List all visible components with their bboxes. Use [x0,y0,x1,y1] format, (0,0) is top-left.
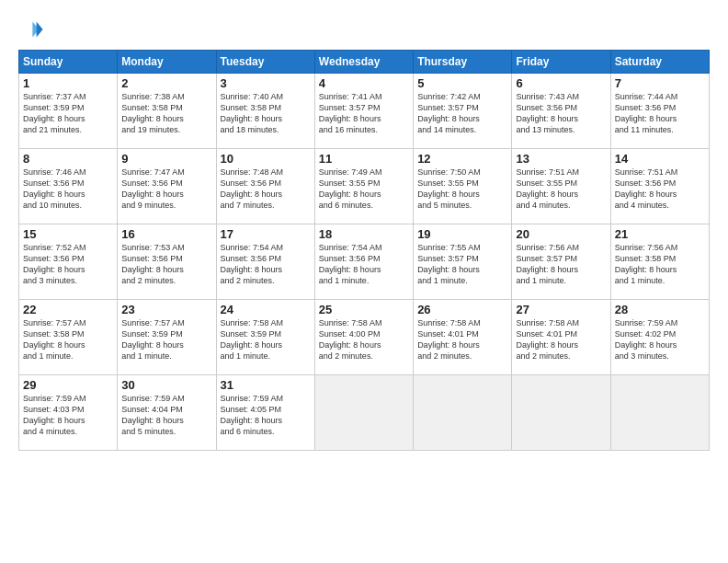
weekday-header-sunday: Sunday [19,51,118,74]
empty-cell [314,375,413,451]
day-cell-12: 12Sunrise: 7:50 AM Sunset: 3:55 PM Dayli… [414,149,512,224]
day-number: 11 [319,152,409,166]
logo [18,17,48,42]
day-number: 5 [417,76,507,90]
day-cell-19: 19Sunrise: 7:55 AM Sunset: 3:57 PM Dayli… [414,224,512,300]
day-number: 22 [23,303,113,316]
day-number: 10 [221,152,311,166]
empty-cell [414,375,512,451]
day-info: Sunrise: 7:49 AM Sunset: 3:55 PM Dayligh… [319,167,409,212]
day-cell-5: 5Sunrise: 7:42 AM Sunset: 3:57 PM Daylig… [414,74,512,149]
day-info: Sunrise: 7:42 AM Sunset: 3:57 PM Dayligh… [417,91,507,136]
day-info: Sunrise: 7:43 AM Sunset: 3:56 PM Dayligh… [516,91,606,136]
day-info: Sunrise: 7:37 AM Sunset: 3:59 PM Dayligh… [23,91,113,136]
day-number: 25 [319,303,409,316]
week-row-5: 29Sunrise: 7:59 AM Sunset: 4:03 PM Dayli… [19,375,710,451]
day-info: Sunrise: 7:47 AM Sunset: 3:56 PM Dayligh… [121,167,211,212]
day-info: Sunrise: 7:58 AM Sunset: 4:01 PM Dayligh… [516,317,606,362]
day-number: 7 [615,76,705,90]
day-info: Sunrise: 7:54 AM Sunset: 3:56 PM Dayligh… [221,242,311,287]
day-info: Sunrise: 7:50 AM Sunset: 3:55 PM Dayligh… [417,167,507,212]
day-cell-10: 10Sunrise: 7:48 AM Sunset: 3:56 PM Dayli… [216,149,314,224]
day-info: Sunrise: 7:58 AM Sunset: 3:59 PM Dayligh… [221,317,311,362]
weekday-header-monday: Monday [118,51,216,74]
day-number: 31 [221,378,311,392]
day-info: Sunrise: 7:57 AM Sunset: 3:59 PM Dayligh… [121,317,211,362]
day-info: Sunrise: 7:59 AM Sunset: 4:02 PM Dayligh… [615,317,705,362]
day-number: 2 [121,76,211,90]
day-info: Sunrise: 7:46 AM Sunset: 3:56 PM Dayligh… [23,167,113,212]
weekday-header-row: SundayMondayTuesdayWednesdayThursdayFrid… [19,51,710,74]
day-info: Sunrise: 7:53 AM Sunset: 3:56 PM Dayligh… [121,242,211,287]
day-number: 28 [615,303,705,316]
day-number: 21 [615,227,705,241]
day-cell-16: 16Sunrise: 7:53 AM Sunset: 3:56 PM Dayli… [118,224,216,300]
day-cell-11: 11Sunrise: 7:49 AM Sunset: 3:55 PM Dayli… [314,149,413,224]
day-cell-23: 23Sunrise: 7:57 AM Sunset: 3:59 PM Dayli… [118,300,216,375]
day-cell-18: 18Sunrise: 7:54 AM Sunset: 3:56 PM Dayli… [314,224,413,300]
week-row-4: 22Sunrise: 7:57 AM Sunset: 3:58 PM Dayli… [19,300,710,375]
day-cell-8: 8Sunrise: 7:46 AM Sunset: 3:56 PM Daylig… [19,149,118,224]
day-number: 4 [319,76,409,90]
day-number: 24 [221,303,311,316]
day-info: Sunrise: 7:48 AM Sunset: 3:56 PM Dayligh… [221,167,311,212]
weekday-header-saturday: Saturday [610,51,709,74]
day-cell-6: 6Sunrise: 7:43 AM Sunset: 3:56 PM Daylig… [512,74,610,149]
empty-cell [512,375,610,451]
day-info: Sunrise: 7:51 AM Sunset: 3:56 PM Dayligh… [615,167,705,212]
weekday-header-thursday: Thursday [414,51,512,74]
day-cell-26: 26Sunrise: 7:58 AM Sunset: 4:01 PM Dayli… [414,300,512,375]
day-info: Sunrise: 7:58 AM Sunset: 4:01 PM Dayligh… [417,317,507,362]
day-info: Sunrise: 7:38 AM Sunset: 3:58 PM Dayligh… [121,91,211,136]
day-cell-14: 14Sunrise: 7:51 AM Sunset: 3:56 PM Dayli… [610,149,709,224]
day-info: Sunrise: 7:56 AM Sunset: 3:58 PM Dayligh… [615,242,705,287]
day-info: Sunrise: 7:40 AM Sunset: 3:58 PM Dayligh… [221,91,311,136]
page-container: SundayMondayTuesdayWednesdayThursdayFrid… [0,0,728,563]
day-number: 17 [221,227,311,241]
day-number: 3 [221,76,311,90]
day-info: Sunrise: 7:56 AM Sunset: 3:57 PM Dayligh… [516,242,606,287]
day-cell-28: 28Sunrise: 7:59 AM Sunset: 4:02 PM Dayli… [610,300,709,375]
day-info: Sunrise: 7:52 AM Sunset: 3:56 PM Dayligh… [23,242,113,287]
day-cell-22: 22Sunrise: 7:57 AM Sunset: 3:58 PM Dayli… [19,300,118,375]
day-number: 6 [516,76,606,90]
day-cell-13: 13Sunrise: 7:51 AM Sunset: 3:55 PM Dayli… [512,149,610,224]
day-info: Sunrise: 7:58 AM Sunset: 4:00 PM Dayligh… [319,317,409,362]
day-info: Sunrise: 7:59 AM Sunset: 4:03 PM Dayligh… [23,393,113,438]
day-info: Sunrise: 7:57 AM Sunset: 3:58 PM Dayligh… [23,317,113,362]
day-info: Sunrise: 7:51 AM Sunset: 3:55 PM Dayligh… [516,167,606,212]
day-cell-27: 27Sunrise: 7:58 AM Sunset: 4:01 PM Dayli… [512,300,610,375]
day-cell-25: 25Sunrise: 7:58 AM Sunset: 4:00 PM Dayli… [314,300,413,375]
day-cell-31: 31Sunrise: 7:59 AM Sunset: 4:05 PM Dayli… [216,375,314,451]
day-info: Sunrise: 7:59 AM Sunset: 4:04 PM Dayligh… [121,393,211,438]
calendar-table: SundayMondayTuesdayWednesdayThursdayFrid… [18,50,710,451]
day-cell-3: 3Sunrise: 7:40 AM Sunset: 3:58 PM Daylig… [216,74,314,149]
empty-cell [610,375,709,451]
day-number: 30 [121,378,211,392]
day-number: 23 [121,303,211,316]
day-cell-1: 1Sunrise: 7:37 AM Sunset: 3:59 PM Daylig… [19,74,118,149]
day-info: Sunrise: 7:59 AM Sunset: 4:05 PM Dayligh… [221,393,311,438]
day-cell-20: 20Sunrise: 7:56 AM Sunset: 3:57 PM Dayli… [512,224,610,300]
day-cell-21: 21Sunrise: 7:56 AM Sunset: 3:58 PM Dayli… [610,224,709,300]
day-number: 8 [23,152,113,166]
day-cell-2: 2Sunrise: 7:38 AM Sunset: 3:58 PM Daylig… [118,74,216,149]
day-number: 12 [417,152,507,166]
day-info: Sunrise: 7:44 AM Sunset: 3:56 PM Dayligh… [615,91,705,136]
day-cell-4: 4Sunrise: 7:41 AM Sunset: 3:57 PM Daylig… [314,74,413,149]
week-row-3: 15Sunrise: 7:52 AM Sunset: 3:56 PM Dayli… [19,224,710,300]
day-number: 16 [121,227,211,241]
day-cell-29: 29Sunrise: 7:59 AM Sunset: 4:03 PM Dayli… [19,375,118,451]
header [18,17,710,42]
day-cell-30: 30Sunrise: 7:59 AM Sunset: 4:04 PM Dayli… [118,375,216,451]
day-cell-17: 17Sunrise: 7:54 AM Sunset: 3:56 PM Dayli… [216,224,314,300]
weekday-header-friday: Friday [512,51,610,74]
day-number: 27 [516,303,606,316]
day-cell-24: 24Sunrise: 7:58 AM Sunset: 3:59 PM Dayli… [216,300,314,375]
week-row-2: 8Sunrise: 7:46 AM Sunset: 3:56 PM Daylig… [19,149,710,224]
day-number: 15 [23,227,113,241]
day-cell-15: 15Sunrise: 7:52 AM Sunset: 3:56 PM Dayli… [19,224,118,300]
day-info: Sunrise: 7:41 AM Sunset: 3:57 PM Dayligh… [319,91,409,136]
day-number: 14 [615,152,705,166]
week-row-1: 1Sunrise: 7:37 AM Sunset: 3:59 PM Daylig… [19,74,710,149]
